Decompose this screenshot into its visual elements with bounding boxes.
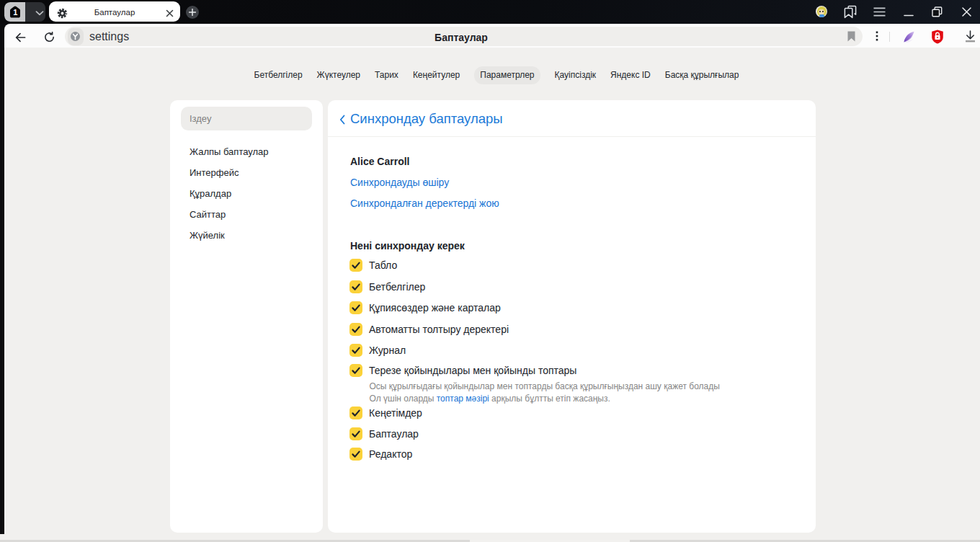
svg-text:1: 1 bbox=[13, 8, 17, 17]
